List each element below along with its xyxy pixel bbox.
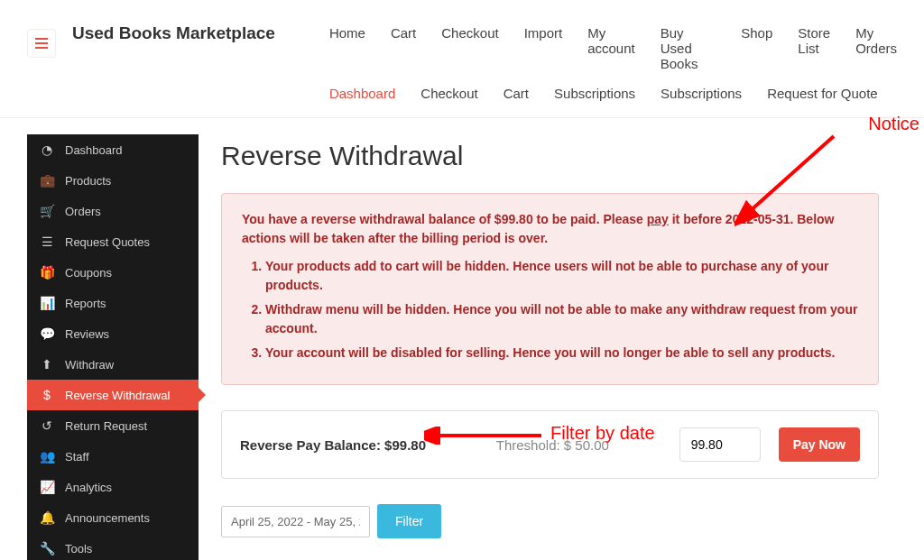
sidebar-item-request-quotes[interactable]: ☰Request Quotes — [27, 226, 199, 257]
sidebar-item-tools[interactable]: 🔧Tools — [27, 533, 199, 560]
column-header: Transaction Type — [458, 549, 602, 560]
sidebar-item-label: Reports — [65, 297, 106, 310]
briefcase-icon: 💼 — [40, 173, 54, 188]
sidebar-item-label: Tools — [65, 542, 92, 555]
analytics-icon: 📈 — [40, 480, 54, 494]
notice-text-1: You have a reverse withdrawal balance of… — [242, 212, 647, 226]
column-header: Note — [603, 549, 655, 560]
nav-link-cart[interactable]: Cart — [391, 25, 416, 71]
sidebar-item-label: Reviews — [65, 327, 109, 341]
sidebar-item-label: Reverse Withdrawal — [65, 389, 170, 402]
sidebar-item-label: Request Quotes — [65, 235, 150, 249]
sidebar-item-label: Return Request — [65, 419, 147, 433]
nav-link-subscriptions[interactable]: Subscriptions — [554, 86, 635, 101]
pay-now-button[interactable]: Pay Now — [779, 427, 860, 462]
sidebar-item-announcements[interactable]: 🔔Announcements — [27, 502, 199, 533]
date-range-input[interactable] — [221, 506, 370, 537]
notice-item: Your products add to cart will be hidden… — [265, 257, 858, 295]
sidebar-item-label: Coupons — [65, 266, 112, 280]
chart-icon: 📊 — [40, 296, 54, 310]
undo-icon: ↺ — [40, 418, 54, 433]
notice-box: You have a reverse withdrawal balance of… — [221, 193, 879, 385]
users-icon: 👥 — [40, 449, 54, 464]
notice-item: Your account will be disabled for sellin… — [265, 344, 858, 363]
sidebar-item-staff[interactable]: 👥Staff — [27, 441, 199, 472]
sidebar-item-label: Products — [65, 174, 111, 188]
cart-icon: 🛒 — [40, 204, 54, 218]
sidebar-item-analytics[interactable]: 📈Analytics — [27, 472, 199, 502]
nav-link-dashboard[interactable]: Dashboard — [329, 86, 395, 101]
sidebar-item-orders[interactable]: 🛒Orders — [27, 196, 199, 226]
sidebar-item-reports[interactable]: 📊Reports — [27, 288, 199, 318]
column-header: Balance — [802, 549, 879, 560]
list-icon: ☰ — [40, 234, 54, 249]
nav-link-request-for-quote[interactable]: Request for Quote — [767, 86, 878, 101]
sidebar-item-reviews[interactable]: 💬Reviews — [27, 318, 199, 349]
notice-item: Withdraw menu will be hidden. Hence you … — [265, 300, 858, 338]
column-header: Date — [346, 549, 458, 560]
nav-link-shop[interactable]: Shop — [741, 25, 772, 71]
menu-toggle-button[interactable] — [27, 29, 56, 58]
sidebar-item-label: Orders — [65, 205, 101, 218]
sidebar-item-dashboard[interactable]: ◔Dashboard — [27, 134, 199, 165]
filter-button[interactable]: Filter — [377, 504, 441, 538]
nav-link-import[interactable]: Import — [524, 25, 563, 71]
threshold-label: Threshold: $ 50.00 — [496, 437, 609, 453]
nav-link-my-orders[interactable]: My Orders — [855, 25, 897, 71]
nav-link-store-list[interactable]: Store List — [798, 25, 830, 71]
sidebar: ◔Dashboard💼Products🛒Orders☰Request Quote… — [27, 134, 199, 560]
brand-title: Used Books Marketplace — [72, 23, 275, 44]
nav-link-my-account[interactable]: My account — [587, 25, 635, 71]
sidebar-item-return-request[interactable]: ↺Return Request — [27, 410, 199, 441]
sidebar-item-label: Staff — [65, 450, 89, 464]
column-header: Debit — [654, 549, 719, 560]
dashboard-icon: ◔ — [40, 142, 54, 157]
balance-label: Reverse Pay Balance: $99.80 — [240, 437, 426, 453]
dollar-icon: $ — [40, 388, 54, 402]
top-nav-primary: HomeCartCheckoutImportMy accountBuy Used… — [329, 18, 897, 78]
sidebar-item-products[interactable]: 💼Products — [27, 165, 199, 196]
nav-link-buy-used-books[interactable]: Buy Used Books — [661, 25, 716, 71]
nav-link-cart[interactable]: Cart — [504, 86, 529, 101]
notice-pay-link[interactable]: pay — [647, 212, 669, 226]
wrench-icon: 🔧 — [40, 541, 54, 555]
bell-icon: 🔔 — [40, 510, 54, 525]
upload-icon: ⬆ — [40, 357, 54, 372]
nav-link-checkout[interactable]: Checkout — [441, 25, 498, 71]
gift-icon: 🎁 — [40, 265, 54, 280]
sidebar-item-withdraw[interactable]: ⬆Withdraw — [27, 349, 199, 380]
pay-amount-input[interactable] — [679, 427, 761, 462]
sidebar-item-coupons[interactable]: 🎁Coupons — [27, 257, 199, 288]
sidebar-item-label: Withdraw — [65, 358, 114, 372]
page-title: Reverse Withdrawal — [221, 141, 879, 171]
column-header: Credit — [719, 549, 801, 560]
transactions-table: Transaction IDDateTransaction TypeNoteDe… — [221, 549, 879, 560]
comment-icon: 💬 — [40, 326, 54, 341]
sidebar-item-label: Announcements — [65, 511, 150, 525]
sidebar-item-label: Dashboard — [65, 143, 123, 157]
sidebar-item-reverse-withdrawal[interactable]: $Reverse Withdrawal — [27, 380, 199, 410]
nav-link-subscriptions[interactable]: Subscriptions — [661, 86, 742, 101]
nav-link-home[interactable]: Home — [329, 25, 365, 71]
top-nav-secondary: DashboardCheckoutCartSubscriptionsSubscr… — [329, 78, 897, 108]
sidebar-item-label: Analytics — [65, 481, 112, 494]
column-header: Transaction ID — [221, 549, 346, 560]
nav-link-checkout[interactable]: Checkout — [420, 86, 477, 101]
balance-bar: Reverse Pay Balance: $99.80 Threshold: $… — [221, 410, 879, 479]
